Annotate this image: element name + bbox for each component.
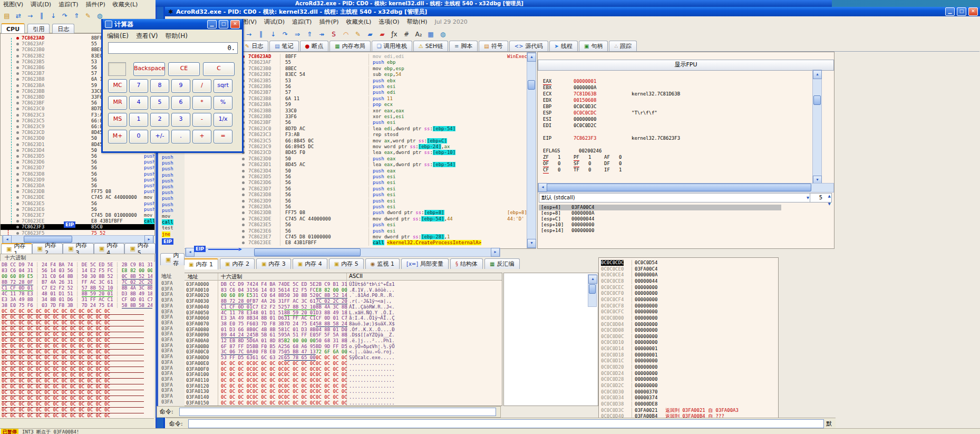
view-tab-11[interactable]: ▣ 句柄: [579, 41, 608, 51]
breakpoint-dot[interactable]: [16, 179, 19, 181]
breakpoint-dot[interactable]: [16, 108, 19, 110]
breakpoint-dot[interactable]: [16, 137, 19, 140]
stack-row[interactable]: 0C0C0D0800000000: [599, 327, 778, 333]
calc-key-CE[interactable]: CE: [168, 62, 200, 76]
breakpoint-dot[interactable]: [16, 55, 19, 57]
breakpoint-dot[interactable]: [16, 120, 19, 122]
run-to-user-icon[interactable]: ↠: [317, 30, 326, 39]
stack-row[interactable]: 0C0C0CF000000000: [599, 291, 778, 296]
breakpoint-dot[interactable]: [242, 170, 245, 172]
minimize-button[interactable]: ▁: [207, 20, 217, 28]
memory-tab-5[interactable]: ▣ 内存 5: [124, 243, 156, 254]
memory-tab[interactable]: ▣ 内存: [160, 253, 185, 265]
stack-row[interactable]: 0C0C0D2000000000: [599, 364, 778, 370]
breakpoint-dot[interactable]: [242, 176, 245, 178]
stack-row[interactable]: 0C0C0D3000000370: [599, 389, 778, 395]
calc-key-6[interactable]: 6: [171, 96, 190, 110]
dump-row[interactable]: 03FA0040C1 CF 0D 01C7 E2 F2 5257 8B 52 1…: [184, 304, 502, 310]
command-input[interactable]: [188, 419, 824, 428]
view-tab-4[interactable]: ▦ 内存布局: [329, 41, 370, 51]
breakpoint-dot[interactable]: [242, 194, 245, 196]
disasm-row[interactable]: 7C8623D856push: [1, 171, 154, 177]
disasm-row[interactable]: 7C8623D556push: [1, 153, 154, 159]
function-icon[interactable]: ƒx: [390, 30, 399, 39]
memory-dump-pane[interactable]: DB CC D9 74 │ 24 F4 BA 74 │ DE 5C ED 5E …: [0, 261, 154, 418]
dump-row[interactable]: C1 CF 0D 01 │ C7 E2 F2 52 │ 57 8B 52 10 …: [2, 285, 152, 291]
stack-row[interactable]: 0C0C0D0000000000: [599, 315, 778, 321]
breakpoint-dot[interactable]: [16, 190, 19, 193]
menu-item-3[interactable]: 追踪(T): [292, 18, 312, 26]
stack-row[interactable]: 0C0C0CE800000044: [599, 278, 778, 284]
disasm-row[interactable]: 7C8623DEC745 AC 44000000mov dword ptr ss…: [184, 216, 536, 222]
view-tab-5[interactable]: ❏ 调用堆栈: [372, 41, 412, 51]
stack-row[interactable]: 0C0C0D1400000001: [599, 346, 778, 352]
breakpoint-dot[interactable]: [242, 181, 245, 184]
breakpoint-dot[interactable]: [242, 158, 245, 160]
breakpoint-dot[interactable]: [16, 102, 19, 104]
stack-row[interactable]: 0C0C0D3800000DE8: [599, 401, 778, 407]
stack-row[interactable]: 0C0C0CF800000000: [599, 303, 778, 309]
pause-icon[interactable]: ‖: [37, 11, 46, 21]
registers-pane[interactable]: 显示FPUEAX00000001EBX0000000AECX7C81D63Bke…: [537, 52, 835, 249]
pause-icon[interactable]: ‖: [256, 30, 266, 39]
register-row[interactable]: EAX00000001: [543, 79, 829, 85]
breakpoint-dot[interactable]: [16, 84, 19, 87]
register-row[interactable]: ECX7C81D63Bkernel32.7C81D63B: [543, 91, 829, 98]
maximize-button[interactable]: □: [219, 20, 228, 28]
execute-till-return-icon[interactable]: ⇒: [293, 30, 302, 39]
disasm-row[interactable]: 7C8623DEC745 AC 44000000mov: [1, 195, 154, 200]
disasm-row[interactable]: 7C8623DA56push: [1, 183, 154, 189]
disasm-row[interactable]: 7C8623DA56push esi: [184, 204, 536, 210]
register-row[interactable]: ESP0C0C0CDC"T\r\f\f": [543, 110, 829, 117]
dump-row[interactable]: 03FA01300C 0C 0C 0C0C 0C 0C 0C0C 0C 0C 0…: [184, 389, 502, 394]
calc-menu-item-0[interactable]: 编辑(E): [107, 32, 129, 41]
dump-row[interactable]: 03FA0060E3 3A 49 8B34 8B 01 D631 FF AC C…: [184, 315, 502, 321]
dump-row[interactable]: 03FA001083 C6 04 3156 14 03 5614 E2 F5 F…: [184, 287, 502, 293]
dump-row[interactable]: 03FA009089 44 24 245B 5B 61 595A 51 FF E…: [184, 332, 502, 338]
stack-row[interactable]: 0C0C0CDC0C0C0D54: [599, 260, 778, 266]
calc-key-Backspace[interactable]: Backspace: [133, 62, 165, 76]
arg-count-spinner[interactable]: 5▲▼: [810, 193, 832, 202]
breakpoint-dot[interactable]: [16, 49, 19, 51]
dump-row[interactable]: 03FA00C03C 06 7C 0A80 FB E0 7505 BB 47 1…: [184, 349, 502, 355]
calc-menu-item-1[interactable]: 查看(V): [136, 32, 158, 41]
stack-row[interactable]: 0C0C0CE003FA00C4: [599, 266, 778, 272]
stack-row[interactable]: 0C0C0CF400000000: [599, 297, 778, 303]
breakpoint-dot[interactable]: [16, 143, 19, 146]
disasm-row[interactable]: 7C8623D956push: [1, 177, 154, 183]
breakpoint-dot[interactable]: [16, 208, 19, 211]
menu-item-1[interactable]: 调试(D): [31, 1, 51, 8]
dump-row[interactable]: 03FA00D053 FF D5 6361 6C 63 2E65 78 65 0…: [184, 355, 502, 361]
step-over-icon[interactable]: ↷: [280, 30, 290, 39]
menu-item-2[interactable]: 追踪(T): [59, 1, 78, 8]
breakpoint-dot[interactable]: [242, 206, 245, 208]
dump-row[interactable]: 03FA00308B 72 28 0FB7 4A 26 31FF AC 3C 6…: [184, 298, 502, 304]
breakpoint-dot[interactable]: [16, 131, 19, 134]
regs-v-scrollbar[interactable]: ▴▾: [812, 70, 822, 185]
disasm-row[interactable]: 7C8623EEE8 43B1FBFFcall <kernel32.Create…: [184, 240, 536, 246]
breakpoint-dot[interactable]: [16, 90, 19, 93]
disasm-row[interactable]: 7C8623DBFF75 08push dword ptr ss:[ebp+8]…: [184, 210, 536, 216]
breakpoint-dot[interactable]: [16, 78, 19, 81]
calc-key-_[interactable]: -: [192, 113, 211, 127]
view-tab-3[interactable]: ● 断点: [300, 41, 329, 51]
calc-key-4[interactable]: 4: [129, 96, 148, 110]
register-row[interactable]: EIP7C8623F3kernel32.7C8623F3: [543, 136, 829, 142]
calc-key-3[interactable]: 3: [171, 113, 190, 127]
step-over-icon[interactable]: ↷: [60, 11, 70, 21]
breakpoint-dot[interactable]: [16, 72, 19, 75]
bottom-tab-0[interactable]: ▣ 内存 1: [183, 258, 218, 269]
bottom-tab-1[interactable]: ▣ 内存 2: [220, 258, 255, 269]
bottom-tab-8[interactable]: ▦ 反汇编: [484, 258, 519, 269]
calc-key-sqrt[interactable]: sqrt: [214, 79, 232, 93]
disasm-row[interactable]: 7C8623E656push esi: [184, 228, 536, 234]
disasm-row[interactable]: 7C8623EEE8 43B1FBFFcall: [1, 218, 154, 224]
patch-icon[interactable]: ◠: [341, 30, 351, 39]
register-row[interactable]: EBX0000000A: [543, 85, 829, 91]
calc-key-9[interactable]: 9: [171, 79, 190, 93]
dump-row[interactable]: 03FA01500C 0C 0C 0C0C 0C 0C 0C0C 0C 0C 0…: [184, 400, 502, 406]
view-tab-6[interactable]: ⚠ SEH链: [413, 41, 448, 51]
calc-key-C[interactable]: C: [203, 62, 235, 76]
view-tab-7[interactable]: ≡ 脚本: [449, 41, 478, 51]
stack-row[interactable]: 0C0C0D0400000000: [599, 322, 778, 327]
